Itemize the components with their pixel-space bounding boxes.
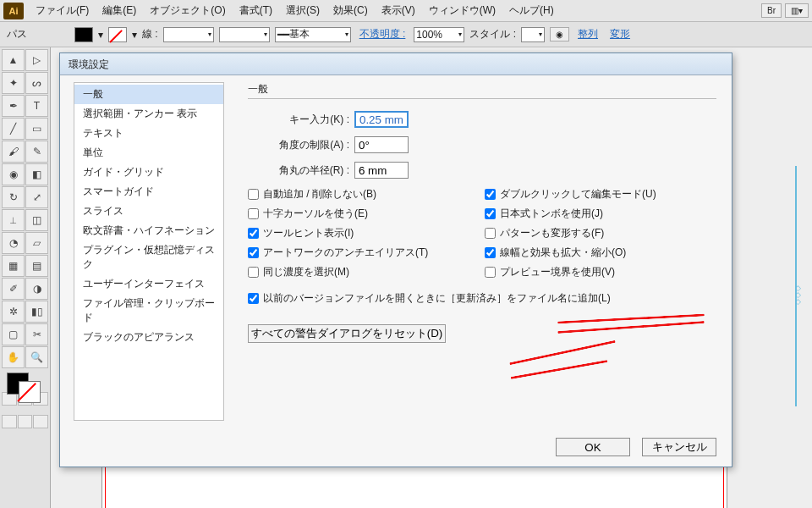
screen-mode-row[interactable] [2, 415, 48, 428]
chk-scale-strokes[interactable] [485, 247, 496, 258]
preferences-dialog: 環境設定 一般 選択範囲・アンカー 表示 テキスト 単位 ガイド・グリッド スマ… [59, 52, 732, 467]
cat-hyphen[interactable]: 欧文辞書・ハイフネーション [74, 221, 223, 240]
chk-auto-add[interactable] [248, 189, 259, 200]
menu-select[interactable]: 選択(S) [279, 0, 326, 21]
free-transform-tool[interactable]: ◫ [25, 209, 48, 231]
lasso-tool[interactable]: ᔕ [25, 72, 48, 94]
cat-text[interactable]: テキスト [74, 124, 223, 143]
section-title: 一般 [248, 82, 716, 99]
chk-scale-strokes-label: 線幅と効果も拡大・縮小(O) [500, 246, 626, 260]
style-combo[interactable]: ▾ [521, 27, 545, 42]
cat-plugins[interactable]: プラグイン・仮想記憶ディスク [74, 240, 223, 274]
corner-label: 角丸の半径(R) : [248, 163, 349, 178]
chk-same-tint[interactable] [248, 267, 259, 278]
fill-swatch[interactable] [74, 27, 93, 42]
chk-legacy-label: 以前のバージョンファイルを開くときに［更新済み］をファイル名に追加(L) [263, 291, 611, 306]
perspective-tool[interactable]: ▱ [25, 232, 48, 254]
cat-files[interactable]: ファイル管理・クリップボード [74, 294, 223, 328]
angle-field[interactable] [354, 136, 409, 153]
ok-button[interactable]: OK [556, 438, 630, 456]
opacity-label[interactable]: 不透明度 : [356, 27, 409, 41]
cat-ui[interactable]: ユーザーインターフェイス [74, 274, 223, 294]
checkbox-grid: 自動追加 / 削除しない(B) ダブルクリックして編集モード(U) 十字カーソル… [248, 187, 716, 279]
opacity-combo[interactable]: 100%▾ [414, 27, 464, 42]
shape-builder-tool[interactable]: ◔ [2, 232, 25, 254]
menu-edit[interactable]: 編集(E) [96, 0, 143, 21]
bridge-button[interactable]: Br [761, 3, 782, 18]
chk-dblclick[interactable] [485, 189, 496, 200]
cat-smart[interactable]: スマートガイド [74, 182, 223, 202]
transform-link[interactable]: 変形 [606, 27, 634, 41]
corner-field[interactable] [354, 162, 409, 179]
fill-stroke-control[interactable] [2, 369, 48, 405]
menu-type[interactable]: 書式(T) [233, 0, 279, 21]
chk-pattern-label: パターンも変形する(F) [500, 226, 604, 240]
guide-handles: ◇◇◇ [795, 284, 804, 305]
rotate-tool[interactable]: ↻ [2, 186, 25, 208]
recolor-button[interactable]: ◉ [550, 27, 569, 41]
eyedropper-tool[interactable]: ✐ [2, 278, 25, 300]
chk-pattern[interactable] [485, 228, 496, 239]
menu-file[interactable]: ファイル(F) [29, 0, 96, 21]
var-width[interactable]: ▾ [219, 27, 270, 42]
mesh-tool[interactable]: ▦ [2, 255, 25, 277]
align-link[interactable]: 整列 [574, 27, 601, 41]
cat-black[interactable]: ブラックのアピアランス [74, 328, 223, 347]
chk-legacy[interactable] [248, 293, 259, 304]
chk-antialias-label: アートワークのアンチエイリアス(T) [263, 246, 428, 260]
selection-tool[interactable]: ▲ [2, 49, 25, 71]
stroke-weight[interactable]: ▾ [163, 27, 214, 42]
rect-tool[interactable]: ▭ [25, 118, 48, 140]
line-tool[interactable]: ╱ [2, 118, 25, 140]
cat-units[interactable]: 単位 [74, 143, 223, 163]
chk-preview-bounds[interactable] [485, 267, 496, 278]
big-stroke-swatch[interactable] [19, 381, 41, 403]
chk-auto-add-label: 自動追加 / 削除しない(B) [263, 187, 376, 202]
key-input-field[interactable] [354, 111, 409, 128]
graph-tool[interactable]: ▮▯ [25, 301, 48, 323]
app-logo: Ai [3, 3, 24, 19]
artboard-tool[interactable]: ▢ [2, 323, 25, 345]
magic-wand-tool[interactable]: ✦ [2, 72, 25, 94]
hand-tool[interactable]: ✋ [2, 346, 25, 368]
cat-guides[interactable]: ガイド・グリッド [74, 163, 223, 182]
eraser-tool[interactable]: ◧ [25, 163, 48, 185]
stroke-swatch[interactable] [108, 27, 127, 42]
chk-tooltip[interactable] [248, 228, 259, 239]
angle-label: 角度の制限(A) : [248, 138, 349, 152]
menu-help[interactable]: ヘルプ(H) [502, 0, 561, 21]
slice-tool[interactable]: ✂ [25, 323, 48, 345]
category-list: 一般 選択範囲・アンカー 表示 テキスト 単位 ガイド・グリッド スマートガイド… [74, 82, 224, 421]
width-tool[interactable]: ⟂ [2, 209, 25, 231]
cat-general[interactable]: 一般 [74, 85, 223, 104]
brush-tool[interactable]: 🖌 [2, 141, 25, 163]
symbol-tool[interactable]: ✲ [2, 301, 25, 323]
zoom-tool[interactable]: 🔍 [25, 346, 48, 368]
scale-tool[interactable]: ⤢ [25, 186, 48, 208]
gradient-tool[interactable]: ▤ [25, 255, 48, 277]
blob-tool[interactable]: ◉ [2, 163, 25, 185]
dialog-title: 環境設定 [60, 53, 732, 75]
brush-combo[interactable]: ━━ 基本▾ [275, 27, 351, 42]
chk-cross[interactable] [248, 208, 259, 219]
chk-dblclick-label: ダブルクリックして編集モード(U) [500, 187, 656, 202]
pen-tool[interactable]: ✒ [2, 95, 25, 117]
menu-window[interactable]: ウィンドウ(W) [422, 0, 502, 21]
cat-slice[interactable]: スライス [74, 202, 223, 221]
menu-object[interactable]: オブジェクト(O) [143, 0, 232, 21]
direct-select-tool[interactable]: ▷ [25, 49, 48, 71]
type-tool[interactable]: T [25, 95, 48, 117]
pencil-tool[interactable]: ✎ [25, 141, 48, 163]
key-input-label: キー入力(K) : [248, 113, 349, 127]
cancel-button[interactable]: キャンセル [642, 438, 716, 456]
chk-jpmark[interactable] [485, 208, 496, 219]
blend-tool[interactable]: ◑ [25, 278, 48, 300]
dialog-content: 一般 キー入力(K) : 角度の制限(A) : 角丸の半径(R) : 自動追加 … [224, 75, 732, 428]
menu-effect[interactable]: 効果(C) [326, 0, 375, 21]
reset-warnings-button[interactable]: すべての警告ダイアログをリセット(D) [248, 324, 446, 343]
cat-selection[interactable]: 選択範囲・アンカー 表示 [74, 104, 223, 124]
menu-view[interactable]: 表示(V) [375, 0, 422, 21]
arrange-button[interactable]: ▥▾ [785, 3, 809, 18]
path-label: パス [7, 27, 27, 41]
chk-antialias[interactable] [248, 247, 259, 258]
